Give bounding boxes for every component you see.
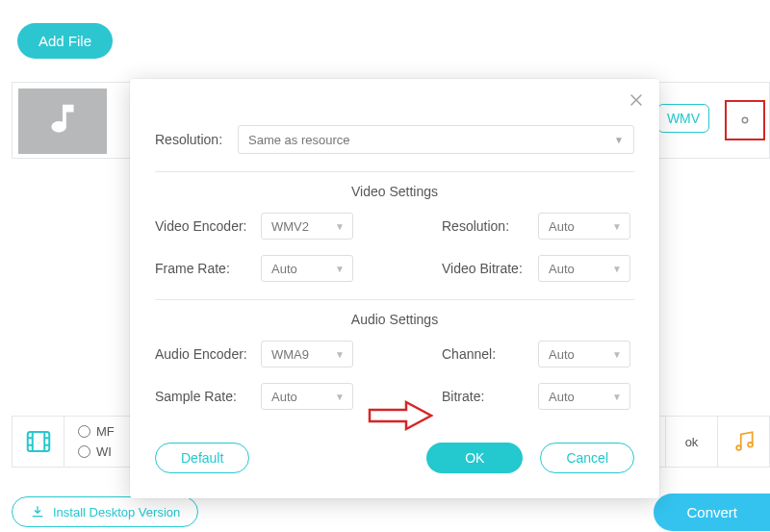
svg-rect-1 xyxy=(27,432,49,451)
frame-rate-select[interactable]: Auto▼ xyxy=(261,255,353,282)
output-format-chip[interactable]: WMV xyxy=(657,104,709,133)
close-icon xyxy=(627,90,646,110)
ok-button[interactable]: OK xyxy=(426,443,523,473)
music-icon xyxy=(732,429,757,454)
video-bitrate-label: Video Bitrate: xyxy=(442,261,538,276)
default-button[interactable]: Default xyxy=(155,443,249,473)
add-file-button[interactable]: Add File xyxy=(17,23,113,59)
chevron-down-icon: ▼ xyxy=(335,392,345,402)
chevron-down-icon: ▼ xyxy=(614,135,624,145)
close-button[interactable] xyxy=(627,90,646,114)
cancel-button[interactable]: Cancel xyxy=(540,443,634,473)
download-icon xyxy=(30,504,45,519)
settings-button[interactable] xyxy=(725,100,765,140)
resolution-select[interactable]: Same as resource ▼ xyxy=(238,125,634,154)
channel-label: Channel: xyxy=(442,346,538,362)
svg-point-0 xyxy=(742,117,748,123)
file-thumbnail xyxy=(18,89,107,154)
bitrate-label: Bitrate: xyxy=(442,389,538,404)
chevron-down-icon: ▼ xyxy=(335,221,345,232)
install-desktop-button[interactable]: Install Desktop Version xyxy=(12,496,198,527)
format-radio-2[interactable]: WI xyxy=(78,444,115,459)
chevron-down-icon: ▼ xyxy=(335,264,345,274)
svg-point-8 xyxy=(736,445,741,450)
settings-modal: Resolution: Same as resource ▼ Video Set… xyxy=(130,79,659,498)
audio-encoder-select[interactable]: WMA9▼ xyxy=(261,341,353,367)
music-note-icon xyxy=(40,99,85,143)
sample-rate-label: Sample Rate: xyxy=(155,389,261,404)
format-radio-1[interactable]: MF xyxy=(78,424,115,439)
chevron-down-icon: ▼ xyxy=(612,221,622,232)
video-encoder-label: Video Encoder: xyxy=(155,218,261,234)
gear-icon xyxy=(734,110,756,131)
audio-settings-title: Audio Settings xyxy=(155,312,634,327)
divider xyxy=(155,171,634,172)
chevron-down-icon: ▼ xyxy=(612,392,622,402)
resolution2-label: Resolution: xyxy=(442,218,538,234)
svg-point-9 xyxy=(748,443,753,447)
convert-button[interactable]: Convert xyxy=(654,494,770,531)
chevron-down-icon: ▼ xyxy=(612,349,622,360)
video-bitrate-select[interactable]: Auto▼ xyxy=(538,255,630,282)
audio-encoder-label: Audio Encoder: xyxy=(155,346,261,362)
tail-cell: ok xyxy=(665,417,717,467)
channel-select[interactable]: Auto▼ xyxy=(538,341,630,367)
format-radio-group: MF WI xyxy=(64,424,115,459)
video-encoder-select[interactable]: WMV2▼ xyxy=(261,213,353,240)
resolution2-select[interactable]: Auto▼ xyxy=(538,213,630,240)
video-tab[interactable] xyxy=(13,417,64,467)
sample-rate-select[interactable]: Auto▼ xyxy=(261,383,353,410)
audio-tab[interactable] xyxy=(717,417,769,467)
divider xyxy=(155,299,634,300)
video-settings-title: Video Settings xyxy=(155,184,634,199)
film-icon xyxy=(24,427,53,456)
frame-rate-label: Frame Rate: xyxy=(155,261,261,276)
chevron-down-icon: ▼ xyxy=(335,349,345,360)
bitrate-select[interactable]: Auto▼ xyxy=(538,383,630,410)
chevron-down-icon: ▼ xyxy=(612,264,622,274)
resolution-label: Resolution: xyxy=(155,132,238,147)
